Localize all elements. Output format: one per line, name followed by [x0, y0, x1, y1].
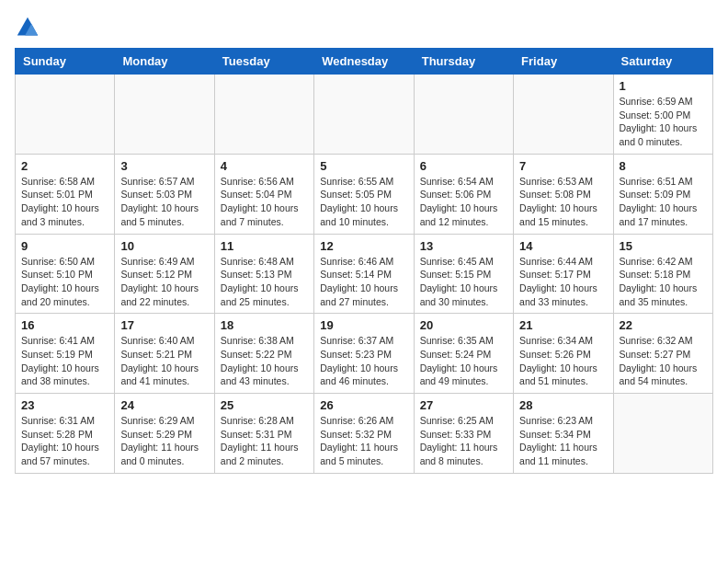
- day-number: 27: [420, 398, 507, 412]
- day-number: 16: [21, 318, 108, 332]
- logo: [15, 15, 44, 40]
- day-info: Sunrise: 6:49 AM Sunset: 5:12 PM Dayligh…: [120, 255, 208, 309]
- day-number: 7: [519, 159, 607, 173]
- calendar-week-row: 9Sunrise: 6:50 AM Sunset: 5:10 PM Daylig…: [16, 234, 713, 314]
- day-info: Sunrise: 6:54 AM Sunset: 5:06 PM Dayligh…: [420, 175, 507, 229]
- day-info: Sunrise: 6:58 AM Sunset: 5:01 PM Dayligh…: [21, 175, 108, 229]
- logo-icon: [15, 15, 40, 40]
- day-number: 12: [320, 239, 407, 253]
- day-header-wednesday: Wednesday: [314, 49, 414, 75]
- day-number: 1: [620, 79, 707, 93]
- day-number: 9: [21, 239, 108, 253]
- calendar-week-row: 23Sunrise: 6:31 AM Sunset: 5:28 PM Dayli…: [16, 394, 713, 474]
- day-number: 22: [620, 318, 707, 332]
- day-info: Sunrise: 6:23 AM Sunset: 5:34 PM Dayligh…: [519, 414, 607, 468]
- calendar-cell: 1Sunrise: 6:59 AM Sunset: 5:00 PM Daylig…: [613, 75, 712, 155]
- calendar-cell: [514, 75, 613, 155]
- calendar-week-row: 2Sunrise: 6:58 AM Sunset: 5:01 PM Daylig…: [16, 154, 713, 234]
- day-number: 18: [221, 318, 308, 332]
- day-number: 11: [221, 239, 308, 253]
- calendar-cell: [414, 75, 513, 155]
- calendar-cell: 22Sunrise: 6:32 AM Sunset: 5:27 PM Dayli…: [613, 314, 712, 394]
- calendar-cell: [214, 75, 313, 155]
- calendar-cell: 16Sunrise: 6:41 AM Sunset: 5:19 PM Dayli…: [16, 314, 115, 394]
- calendar-cell: 8Sunrise: 6:51 AM Sunset: 5:09 PM Daylig…: [613, 154, 712, 234]
- calendar-cell: 20Sunrise: 6:35 AM Sunset: 5:24 PM Dayli…: [414, 314, 513, 394]
- day-info: Sunrise: 6:38 AM Sunset: 5:22 PM Dayligh…: [221, 334, 308, 388]
- calendar-cell: 18Sunrise: 6:38 AM Sunset: 5:22 PM Dayli…: [214, 314, 313, 394]
- day-number: 19: [320, 318, 407, 332]
- calendar-cell: 9Sunrise: 6:50 AM Sunset: 5:10 PM Daylig…: [16, 234, 115, 314]
- header: [15, 15, 713, 40]
- day-number: 2: [21, 159, 108, 173]
- calendar-header-row: SundayMondayTuesdayWednesdayThursdayFrid…: [16, 49, 713, 75]
- day-info: Sunrise: 6:50 AM Sunset: 5:10 PM Dayligh…: [21, 255, 108, 309]
- day-info: Sunrise: 6:48 AM Sunset: 5:13 PM Dayligh…: [221, 255, 308, 309]
- day-number: 23: [21, 398, 108, 412]
- day-info: Sunrise: 6:57 AM Sunset: 5:03 PM Dayligh…: [120, 175, 208, 229]
- calendar-cell: 24Sunrise: 6:29 AM Sunset: 5:29 PM Dayli…: [115, 394, 214, 474]
- calendar-cell: 6Sunrise: 6:54 AM Sunset: 5:06 PM Daylig…: [414, 154, 513, 234]
- calendar-cell: 7Sunrise: 6:53 AM Sunset: 5:08 PM Daylig…: [514, 154, 613, 234]
- calendar-cell: 14Sunrise: 6:44 AM Sunset: 5:17 PM Dayli…: [514, 234, 613, 314]
- calendar-cell: 23Sunrise: 6:31 AM Sunset: 5:28 PM Dayli…: [16, 394, 115, 474]
- day-info: Sunrise: 6:59 AM Sunset: 5:00 PM Dayligh…: [620, 95, 707, 149]
- day-info: Sunrise: 6:46 AM Sunset: 5:14 PM Dayligh…: [320, 255, 407, 309]
- day-number: 6: [420, 159, 507, 173]
- calendar-week-row: 1Sunrise: 6:59 AM Sunset: 5:00 PM Daylig…: [16, 75, 713, 155]
- calendar-cell: 26Sunrise: 6:26 AM Sunset: 5:32 PM Dayli…: [314, 394, 414, 474]
- calendar-week-row: 16Sunrise: 6:41 AM Sunset: 5:19 PM Dayli…: [16, 314, 713, 394]
- day-header-monday: Monday: [115, 49, 214, 75]
- calendar: SundayMondayTuesdayWednesdayThursdayFrid…: [15, 48, 713, 474]
- day-info: Sunrise: 6:29 AM Sunset: 5:29 PM Dayligh…: [120, 414, 208, 468]
- day-info: Sunrise: 6:31 AM Sunset: 5:28 PM Dayligh…: [21, 414, 108, 468]
- day-number: 25: [221, 398, 308, 412]
- calendar-cell: 4Sunrise: 6:56 AM Sunset: 5:04 PM Daylig…: [214, 154, 313, 234]
- calendar-cell: 28Sunrise: 6:23 AM Sunset: 5:34 PM Dayli…: [514, 394, 613, 474]
- day-number: 13: [420, 239, 507, 253]
- calendar-cell: [314, 75, 414, 155]
- day-info: Sunrise: 6:32 AM Sunset: 5:27 PM Dayligh…: [620, 334, 707, 388]
- day-info: Sunrise: 6:40 AM Sunset: 5:21 PM Dayligh…: [120, 334, 208, 388]
- calendar-cell: 13Sunrise: 6:45 AM Sunset: 5:15 PM Dayli…: [414, 234, 513, 314]
- day-info: Sunrise: 6:28 AM Sunset: 5:31 PM Dayligh…: [221, 414, 308, 468]
- day-header-tuesday: Tuesday: [214, 49, 313, 75]
- day-number: 24: [120, 398, 208, 412]
- day-info: Sunrise: 6:55 AM Sunset: 5:05 PM Dayligh…: [320, 175, 407, 229]
- day-number: 8: [620, 159, 707, 173]
- calendar-cell: 25Sunrise: 6:28 AM Sunset: 5:31 PM Dayli…: [214, 394, 313, 474]
- day-info: Sunrise: 6:26 AM Sunset: 5:32 PM Dayligh…: [320, 414, 407, 468]
- day-info: Sunrise: 6:41 AM Sunset: 5:19 PM Dayligh…: [21, 334, 108, 388]
- calendar-cell: 21Sunrise: 6:34 AM Sunset: 5:26 PM Dayli…: [514, 314, 613, 394]
- calendar-cell: [115, 75, 214, 155]
- day-number: 15: [620, 239, 707, 253]
- day-number: 5: [320, 159, 407, 173]
- day-info: Sunrise: 6:51 AM Sunset: 5:09 PM Dayligh…: [620, 175, 707, 229]
- day-info: Sunrise: 6:53 AM Sunset: 5:08 PM Dayligh…: [519, 175, 607, 229]
- day-info: Sunrise: 6:34 AM Sunset: 5:26 PM Dayligh…: [519, 334, 607, 388]
- day-info: Sunrise: 6:45 AM Sunset: 5:15 PM Dayligh…: [420, 255, 507, 309]
- day-info: Sunrise: 6:35 AM Sunset: 5:24 PM Dayligh…: [420, 334, 507, 388]
- day-number: 21: [519, 318, 607, 332]
- calendar-cell: [613, 394, 712, 474]
- calendar-cell: 27Sunrise: 6:25 AM Sunset: 5:33 PM Dayli…: [414, 394, 513, 474]
- calendar-cell: 5Sunrise: 6:55 AM Sunset: 5:05 PM Daylig…: [314, 154, 414, 234]
- day-info: Sunrise: 6:37 AM Sunset: 5:23 PM Dayligh…: [320, 334, 407, 388]
- day-number: 4: [221, 159, 308, 173]
- calendar-cell: 12Sunrise: 6:46 AM Sunset: 5:14 PM Dayli…: [314, 234, 414, 314]
- calendar-cell: 2Sunrise: 6:58 AM Sunset: 5:01 PM Daylig…: [16, 154, 115, 234]
- day-number: 17: [120, 318, 208, 332]
- calendar-cell: 17Sunrise: 6:40 AM Sunset: 5:21 PM Dayli…: [115, 314, 214, 394]
- day-header-sunday: Sunday: [16, 49, 115, 75]
- day-number: 20: [420, 318, 507, 332]
- day-header-thursday: Thursday: [414, 49, 513, 75]
- calendar-cell: 10Sunrise: 6:49 AM Sunset: 5:12 PM Dayli…: [115, 234, 214, 314]
- day-number: 3: [120, 159, 208, 173]
- calendar-cell: [16, 75, 115, 155]
- day-info: Sunrise: 6:56 AM Sunset: 5:04 PM Dayligh…: [221, 175, 308, 229]
- day-number: 14: [519, 239, 607, 253]
- calendar-cell: 15Sunrise: 6:42 AM Sunset: 5:18 PM Dayli…: [613, 234, 712, 314]
- day-header-saturday: Saturday: [613, 49, 712, 75]
- day-number: 26: [320, 398, 407, 412]
- calendar-cell: 19Sunrise: 6:37 AM Sunset: 5:23 PM Dayli…: [314, 314, 414, 394]
